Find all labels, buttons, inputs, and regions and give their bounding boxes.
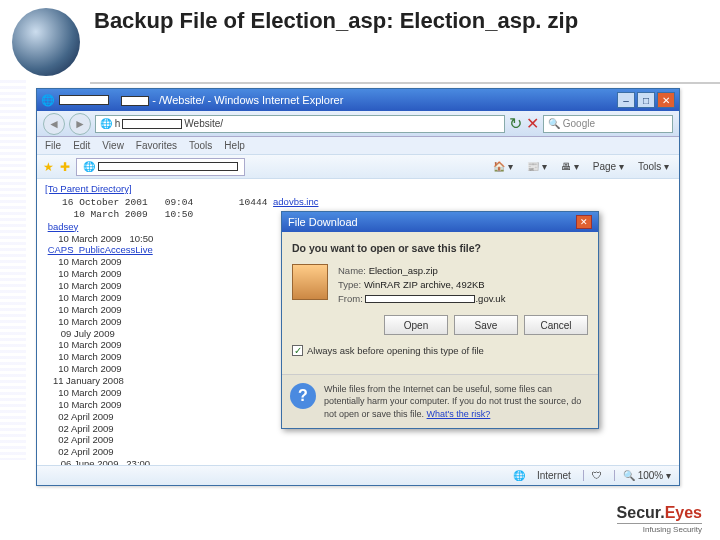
menu-bar: File Edit View Favorites Tools Help	[37, 137, 679, 155]
status-bar: 🌐 Internet 🛡 🔍 100% ▾	[37, 465, 679, 485]
listing-link[interactable]: adovbs.inc	[273, 196, 318, 207]
address-masked	[122, 119, 182, 129]
file-type-value: WinRAR ZIP archive, 492KB	[364, 279, 485, 290]
zoom-control[interactable]: 🔍 100% ▾	[614, 470, 671, 481]
zone-label: Internet	[537, 470, 571, 481]
window-title-text: - /Website/ - Windows Internet Explorer	[115, 94, 617, 106]
cancel-button[interactable]: Cancel	[524, 315, 588, 335]
dialog-title-text: File Download	[288, 216, 358, 228]
dialog-titlebar[interactable]: File Download ✕	[282, 212, 598, 232]
menu-help[interactable]: Help	[224, 140, 245, 151]
checkbox-icon: ✓	[292, 345, 303, 356]
browser-tab[interactable]: 🌐	[76, 158, 245, 176]
search-placeholder: Google	[563, 118, 595, 129]
menu-favorites[interactable]: Favorites	[136, 140, 177, 151]
decorative-left-pattern	[0, 80, 26, 460]
globe-graphic	[12, 8, 80, 76]
zone-icon: 🌐	[513, 470, 525, 481]
maximize-button[interactable]: □	[637, 92, 655, 108]
window-titlebar[interactable]: 🌐 - /Website/ - Windows Internet Explore…	[37, 89, 679, 111]
menu-view[interactable]: View	[102, 140, 124, 151]
forward-button[interactable]: ►	[69, 113, 91, 135]
tab-toolbar: ★ ✚ 🌐 🏠 ▾ 📰 ▾ 🖶 ▾ Page ▾ Tools ▾	[37, 155, 679, 179]
home-button[interactable]: 🏠 ▾	[489, 161, 517, 172]
always-ask-label: Always ask before opening this type of f…	[307, 345, 484, 356]
file-type-icon	[292, 264, 328, 300]
address-suffix: Website/	[184, 118, 223, 129]
file-name-value: Election_asp.zip	[369, 265, 438, 276]
info-icon: ?	[290, 383, 316, 409]
slide-title: Backup File of Election_asp: Election_as…	[94, 8, 578, 34]
parent-dir-link[interactable]: [To Parent Directory]	[45, 183, 132, 194]
protected-mode-icon: 🛡	[583, 470, 602, 481]
menu-file[interactable]: File	[45, 140, 61, 151]
feeds-button[interactable]: 📰 ▾	[523, 161, 551, 172]
page-content: [To Parent Directory] 16 October 2001 09…	[37, 179, 679, 465]
minimize-button[interactable]: –	[617, 92, 635, 108]
from-suffix: .gov.uk	[475, 293, 505, 304]
whats-risk-link[interactable]: What's the risk?	[427, 409, 491, 419]
listing-link[interactable]: badsey	[48, 221, 79, 232]
tab-title-masked	[98, 162, 238, 171]
close-button[interactable]: ✕	[657, 92, 675, 108]
address-bar[interactable]: 🌐 hWebsite/	[95, 115, 505, 133]
page-menu[interactable]: Page ▾	[589, 161, 628, 172]
browser-window: 🌐 - /Website/ - Windows Internet Explore…	[36, 88, 680, 486]
listing-link[interactable]: CAPS_PublicAccessLive	[48, 244, 153, 255]
refresh-icon[interactable]: ↻	[509, 114, 522, 133]
footer-logo: Secur.Eyes Infusing Security	[617, 504, 702, 534]
file-fields: Name: Election_asp.zip Type: WinRAR ZIP …	[338, 264, 505, 305]
menu-edit[interactable]: Edit	[73, 140, 90, 151]
header-divider	[90, 82, 720, 84]
dialog-prompt: Do you want to open or save this file?	[292, 242, 588, 254]
dialog-close-button[interactable]: ✕	[576, 215, 592, 229]
save-button[interactable]: Save	[454, 315, 518, 335]
favorites-icon[interactable]: ★	[43, 160, 54, 174]
add-favorite-icon[interactable]: ✚	[60, 160, 70, 174]
open-button[interactable]: Open	[384, 315, 448, 335]
tools-menu[interactable]: Tools ▾	[634, 161, 673, 172]
search-icon: 🔍	[548, 118, 560, 129]
title-masked	[59, 95, 109, 105]
back-button[interactable]: ◄	[43, 113, 65, 135]
print-button[interactable]: 🖶 ▾	[557, 161, 583, 172]
search-box[interactable]: 🔍 Google	[543, 115, 673, 133]
stop-icon[interactable]: ✕	[526, 114, 539, 133]
nav-toolbar: ◄ ► 🌐 hWebsite/ ↻ ✕ 🔍 Google	[37, 111, 679, 137]
always-ask-checkbox[interactable]: ✓ Always ask before opening this type of…	[292, 345, 588, 356]
file-download-dialog: File Download ✕ Do you want to open or s…	[281, 211, 599, 429]
menu-tools[interactable]: Tools	[189, 140, 212, 151]
from-masked	[365, 295, 475, 303]
ie-icon: 🌐	[41, 94, 55, 107]
dialog-warning: ? While files from the Internet can be u…	[282, 374, 598, 427]
protocol-icon: 🌐	[100, 118, 112, 129]
slide-header: Backup File of Election_asp: Election_as…	[0, 0, 720, 80]
